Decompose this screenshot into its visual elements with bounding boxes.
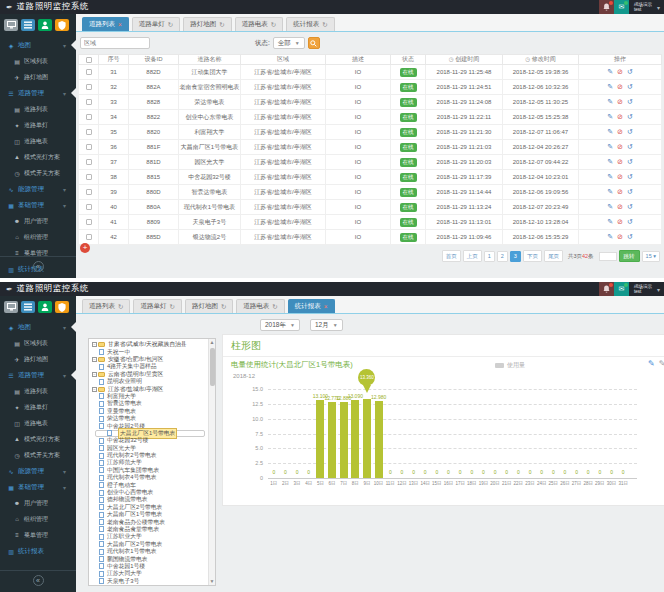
row-checkbox[interactable] [86,114,92,120]
last-page-button[interactable]: 尾页 [544,250,563,262]
reset-icon[interactable]: ↺ [627,233,633,240]
edit-icon[interactable]: ✎ [607,203,613,210]
sidebar-item-道路电表[interactable]: ◫道路电表 [0,133,76,149]
page-button-3[interactable]: 3 [510,251,521,262]
column-header-创建时间[interactable]: ◷ 创建时间 [426,55,503,65]
page-jump-button[interactable]: 跳转 [619,250,640,262]
page-button-2[interactable]: 2 [497,251,508,262]
disable-icon[interactable]: ⊘ [617,188,623,195]
sidebar-section-能源管理[interactable]: ∿能源管理▾ [0,181,76,197]
column-header-道路名称[interactable]: 道路名称 [179,55,241,65]
pencil-icon[interactable]: ✎ [659,359,664,368]
user-caret-icon[interactable]: ▾ [657,286,664,293]
edit-pencil-icon[interactable]: ✎ [648,359,655,368]
page-button-1[interactable]: 1 [484,251,495,262]
sidebar-collapse[interactable]: « [0,570,76,586]
refresh-icon[interactable]: ↻ [271,21,276,29]
sidebar-section-统计报表[interactable]: ▥统计报表 [0,543,76,559]
edit-icon[interactable]: ✎ [607,128,613,135]
reset-icon[interactable]: ↺ [627,143,633,150]
edit-icon[interactable]: ✎ [607,173,613,180]
reset-icon[interactable]: ↺ [627,203,633,210]
edit-icon[interactable]: ✎ [607,233,613,240]
region-search-input[interactable] [80,37,150,49]
tab-统计报表[interactable]: 统计报表↻ [286,17,334,31]
sidebar-section-地图[interactable]: ◈地图▾ [0,319,76,335]
sidebar-section-地图[interactable]: ◈地图▾ [0,37,76,53]
row-checkbox[interactable] [86,84,92,90]
reset-icon[interactable]: ↺ [627,188,633,195]
sidebar-item-道路单灯[interactable]: ✦道路单灯 [0,399,76,415]
sidebar-item-道路电表[interactable]: ◫道路电表 [0,415,76,431]
reset-icon[interactable]: ↺ [627,83,633,90]
mail-button[interactable]: ✉ [614,0,629,14]
disable-icon[interactable]: ⊘ [617,113,623,120]
tree-expand-icon[interactable]: − [92,357,97,362]
user-caret-icon[interactable]: ▾ [657,4,664,11]
tree-item-天泉电子3号[interactable]: 天泉电子3号 [92,578,205,585]
refresh-icon[interactable]: ↻ [168,21,173,29]
quick-button-list[interactable] [21,19,35,31]
tree-expand-icon[interactable]: − [92,372,97,377]
quick-button-list[interactable] [21,301,35,313]
bar-7日[interactable] [340,402,348,478]
bar-10日[interactable] [375,401,383,478]
column-header-序号[interactable]: 序号 [99,55,129,65]
sidebar-section-道路管理[interactable]: ☰道路管理▾ [0,367,76,383]
year-select[interactable]: 2018年▼ [260,319,300,331]
mail-button[interactable]: ✉ [614,282,629,296]
refresh-icon[interactable]: ↻ [221,303,226,311]
sidebar-item-组织管理[interactable]: ⌂组织管理 [0,511,76,527]
tab-路灯地图[interactable]: 路灯地图↻ [185,299,233,313]
row-checkbox[interactable] [86,219,92,225]
quick-button-user[interactable] [38,19,52,31]
sidebar-item-模式亮灯方案[interactable]: ▲模式亮灯方案 [0,431,76,447]
row-checkbox[interactable] [86,69,92,75]
search-button[interactable] [308,37,320,49]
column-header-状态[interactable]: 状态 [391,55,426,65]
tree-scrollbar[interactable]: ▲ ▼ [208,339,215,585]
tab-道路电表[interactable]: 道路电表↻ [235,17,283,31]
edit-icon[interactable]: ✎ [607,158,613,165]
quick-button-monitor[interactable] [4,301,18,313]
add-device-button[interactable]: + [80,243,90,253]
notification-button[interactable] [599,282,614,296]
quick-button-shield[interactable] [55,19,69,31]
reset-icon[interactable]: ↺ [627,68,633,75]
disable-icon[interactable]: ⊘ [617,233,623,240]
sidebar-item-路灯地图[interactable]: ✈路灯地图 [0,351,76,367]
column-header-修改时间[interactable]: ◷ 修改时间 [503,55,579,65]
tab-道路单灯[interactable]: 道路单灯↻ [132,17,180,31]
next-page-button[interactable]: 下页 [523,250,542,262]
edit-icon[interactable]: ✎ [607,218,613,225]
column-header-区域[interactable]: 区域 [241,55,326,65]
disable-icon[interactable]: ⊘ [617,173,623,180]
row-checkbox[interactable] [86,144,92,150]
scroll-down-icon[interactable]: ▼ [209,578,215,585]
tab-道路列表[interactable]: 道路列表↻ [82,299,130,313]
sidebar-item-模式亮灯方案[interactable]: ▲模式亮灯方案 [0,149,76,165]
sidebar-item-道路列表[interactable]: ▤道路列表 [0,101,76,117]
sidebar-item-路灯地图[interactable]: ✈路灯地图 [0,69,76,85]
reset-icon[interactable]: ↺ [627,158,633,165]
sidebar-item-用户管理[interactable]: ☻用户管理 [0,213,76,229]
refresh-icon[interactable]: ↻ [219,21,224,29]
quick-button-monitor[interactable] [4,19,18,31]
scroll-thumb[interactable] [210,348,215,386]
edit-icon[interactable]: ✎ [607,188,613,195]
bar-8日[interactable] [351,400,359,478]
sidebar-item-模式开关方案[interactable]: ◷模式开关方案 [0,447,76,463]
tree-expand-icon[interactable]: − [92,342,97,347]
user-menu[interactable]: 现场演示 test [629,2,657,13]
page-jump-input[interactable] [599,252,617,261]
edit-icon[interactable]: ✎ [607,143,613,150]
disable-icon[interactable]: ⊘ [617,128,623,135]
tab-道路列表[interactable]: 道路列表× [82,17,129,31]
row-checkbox[interactable] [86,174,92,180]
sidebar-item-道路单灯[interactable]: ✦道路单灯 [0,117,76,133]
user-menu[interactable]: 现场演示 test [629,284,657,295]
row-checkbox[interactable] [86,204,92,210]
sidebar-item-用户管理[interactable]: ☻用户管理 [0,495,76,511]
sidebar-section-基础管理[interactable]: ▦基础管理▾ [0,479,76,495]
page-size-select[interactable]: 15 ▾ [642,251,660,262]
